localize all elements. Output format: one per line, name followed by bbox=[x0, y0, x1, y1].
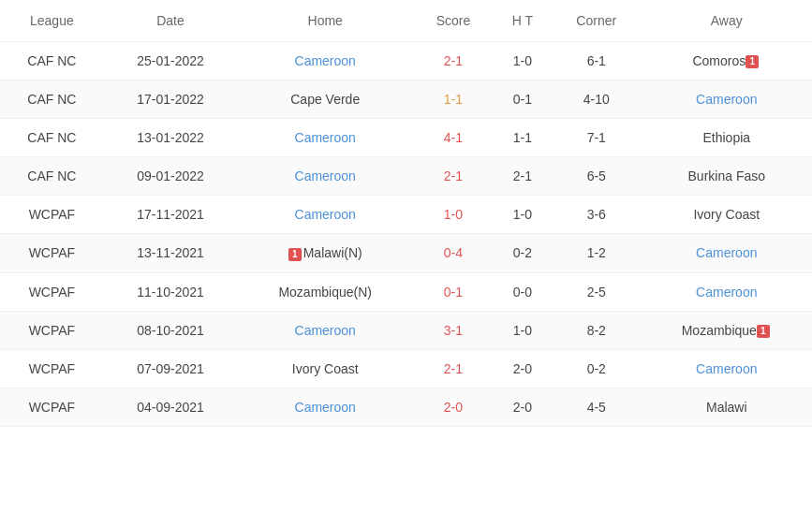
score-value: 3-1 bbox=[444, 323, 463, 338]
cell-corner: 6-1 bbox=[552, 42, 642, 80]
cell-league: WCPAF bbox=[0, 388, 104, 426]
red-card-badge: 1 bbox=[288, 248, 302, 261]
cell-ht: 2-0 bbox=[494, 388, 552, 426]
cell-away[interactable]: Cameroon bbox=[642, 234, 812, 272]
cell-league: WCPAF bbox=[0, 196, 104, 234]
cell-home: Cape Verde bbox=[237, 80, 413, 119]
away-team-name: Burkina Faso bbox=[688, 168, 765, 183]
home-team-name[interactable]: Cameroon bbox=[295, 323, 356, 338]
matches-table-container: League Date Home Score H T Corner Away C… bbox=[0, 0, 812, 512]
cell-score: 4-1 bbox=[413, 119, 493, 157]
table-row: WCPAF07-09-2021Ivory Coast2-12-00-2Camer… bbox=[0, 349, 812, 388]
cell-home[interactable]: Cameroon bbox=[237, 42, 413, 80]
cell-league: WCPAF bbox=[0, 311, 104, 349]
cell-home[interactable]: Cameroon bbox=[237, 119, 413, 157]
cell-away: Ethiopia bbox=[642, 119, 812, 157]
table-row: CAF NC25-01-2022Cameroon2-11-06-1Comoros… bbox=[0, 42, 812, 80]
cell-league: CAF NC bbox=[0, 42, 104, 80]
away-team-name[interactable]: Cameroon bbox=[696, 92, 757, 107]
table-row: CAF NC17-01-2022Cape Verde1-10-14-10Came… bbox=[0, 80, 812, 119]
cell-score: 2-1 bbox=[413, 349, 493, 388]
away-team-name[interactable]: Cameroon bbox=[696, 245, 757, 260]
cell-score: 3-1 bbox=[413, 311, 493, 349]
cell-date: 13-01-2022 bbox=[104, 119, 237, 157]
cell-date: 08-10-2021 bbox=[104, 311, 237, 349]
cell-away: Comoros1 bbox=[642, 42, 812, 80]
cell-ht: 0-1 bbox=[494, 80, 552, 119]
away-team-name[interactable]: Cameroon bbox=[696, 285, 757, 300]
cell-ht: 1-0 bbox=[494, 311, 552, 349]
cell-score: 2-1 bbox=[413, 42, 493, 80]
home-team-name: Mozambique(N) bbox=[278, 285, 372, 300]
header-league: League bbox=[0, 0, 104, 42]
cell-away: Burkina Faso bbox=[642, 157, 812, 196]
cell-score: 1-1 bbox=[413, 80, 493, 119]
cell-home[interactable]: Cameroon bbox=[237, 196, 413, 234]
home-team-name: Ivory Coast bbox=[292, 361, 359, 376]
cell-ht: 1-0 bbox=[494, 196, 552, 234]
home-team-name[interactable]: Cameroon bbox=[295, 400, 356, 415]
cell-date: 04-09-2021 bbox=[104, 388, 237, 426]
away-team-name[interactable]: Cameroon bbox=[696, 361, 757, 376]
header-date: Date bbox=[104, 0, 237, 42]
away-team-name: Ethiopia bbox=[702, 130, 750, 145]
cell-ht: 1-0 bbox=[494, 42, 552, 80]
cell-away[interactable]: Cameroon bbox=[642, 272, 812, 311]
away-team-name: Malawi bbox=[706, 400, 747, 415]
score-value: 2-0 bbox=[444, 400, 463, 415]
cell-score: 2-1 bbox=[413, 157, 493, 196]
cell-date: 07-09-2021 bbox=[104, 349, 237, 388]
cell-away: Ivory Coast bbox=[642, 196, 812, 234]
cell-away[interactable]: Cameroon bbox=[642, 80, 812, 119]
cell-home: 1Malawi(N) bbox=[237, 234, 413, 272]
cell-corner: 2-5 bbox=[552, 272, 642, 311]
header-corner: Corner bbox=[552, 0, 642, 42]
cell-corner: 3-6 bbox=[552, 196, 642, 234]
home-team-name[interactable]: Cameroon bbox=[295, 168, 356, 183]
cell-date: 09-01-2022 bbox=[104, 157, 237, 196]
cell-corner: 7-1 bbox=[552, 119, 642, 157]
cell-date: 25-01-2022 bbox=[104, 42, 237, 80]
cell-corner: 0-2 bbox=[552, 349, 642, 388]
matches-table: League Date Home Score H T Corner Away C… bbox=[0, 0, 812, 427]
red-card-badge: 1 bbox=[757, 325, 770, 338]
cell-away: Malawi bbox=[642, 388, 812, 426]
away-team-name: Ivory Coast bbox=[693, 207, 760, 222]
cell-league: CAF NC bbox=[0, 119, 104, 157]
cell-away: Mozambique1 bbox=[642, 311, 812, 349]
score-value: 2-1 bbox=[444, 53, 463, 68]
cell-score: 0-1 bbox=[413, 272, 493, 311]
home-team-name: Cape Verde bbox=[290, 92, 360, 107]
home-team-name[interactable]: Cameroon bbox=[295, 207, 356, 222]
cell-home[interactable]: Cameroon bbox=[237, 311, 413, 349]
cell-corner: 6-5 bbox=[552, 157, 642, 196]
cell-ht: 1-1 bbox=[494, 119, 552, 157]
table-row: WCPAF04-09-2021Cameroon2-02-04-5Malawi bbox=[0, 388, 812, 426]
score-value: 1-0 bbox=[444, 207, 463, 222]
cell-league: WCPAF bbox=[0, 272, 104, 311]
cell-corner: 8-2 bbox=[552, 311, 642, 349]
score-value: 2-1 bbox=[444, 361, 463, 376]
table-header-row: League Date Home Score H T Corner Away bbox=[0, 0, 812, 42]
cell-corner: 4-5 bbox=[552, 388, 642, 426]
cell-home[interactable]: Cameroon bbox=[237, 157, 413, 196]
cell-away[interactable]: Cameroon bbox=[642, 349, 812, 388]
table-row: WCPAF13-11-20211Malawi(N)0-40-21-2Camero… bbox=[0, 234, 812, 272]
table-row: CAF NC13-01-2022Cameroon4-11-17-1Ethiopi… bbox=[0, 119, 812, 157]
away-team-name: Comoros bbox=[692, 53, 746, 68]
home-team-name: Malawi(N) bbox=[303, 245, 362, 260]
cell-date: 13-11-2021 bbox=[104, 234, 237, 272]
table-row: WCPAF08-10-2021Cameroon3-11-08-2Mozambiq… bbox=[0, 311, 812, 349]
score-value: 0-1 bbox=[444, 285, 463, 300]
cell-corner: 1-2 bbox=[552, 234, 642, 272]
cell-score: 1-0 bbox=[413, 196, 493, 234]
red-card-badge: 1 bbox=[746, 55, 759, 68]
cell-home[interactable]: Cameroon bbox=[237, 388, 413, 426]
home-team-name[interactable]: Cameroon bbox=[295, 130, 356, 145]
home-team-name[interactable]: Cameroon bbox=[295, 53, 356, 68]
cell-corner: 4-10 bbox=[552, 80, 642, 119]
header-score: Score bbox=[413, 0, 493, 42]
table-row: WCPAF17-11-2021Cameroon1-01-03-6Ivory Co… bbox=[0, 196, 812, 234]
cell-date: 11-10-2021 bbox=[104, 272, 237, 311]
cell-ht: 2-0 bbox=[494, 349, 552, 388]
